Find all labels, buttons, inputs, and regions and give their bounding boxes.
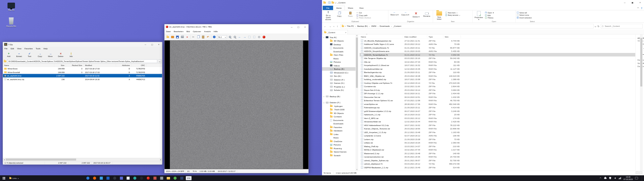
taskbar-app-icon[interactable]	[91, 175, 98, 181]
print-button[interactable]	[180, 35, 184, 39]
menu-bild[interactable]: Bild	[185, 30, 192, 33]
sidebar-item[interactable]: IServ Files	[322, 53, 358, 57]
recent-locations-icon[interactable]	[333, 25, 334, 27]
info-button[interactable]: i	[212, 35, 216, 39]
history-button[interactable]: History	[485, 17, 494, 19]
column-type[interactable]: Type	[427, 35, 443, 38]
file-row[interactable]: building_mcdonalds2.zip 18.07.2021 15:58…	[360, 78, 644, 81]
qat-new-folder-icon[interactable]	[332, 2, 334, 4]
maximize-button[interactable]: ▣	[629, 0, 636, 5]
tab-file[interactable]: File	[323, 6, 333, 10]
sidebar-item[interactable]: Hardware	[322, 129, 358, 133]
sidebar-scrollbar[interactable]	[356, 35, 358, 171]
menu-help[interactable]: Help	[42, 48, 49, 50]
seven-zip-titlebar[interactable]: 7z 7-Zip ─ ▢ ×	[3, 42, 162, 47]
previous-image-button[interactable]: ←	[238, 35, 241, 39]
menu-hilfe[interactable]: Hilfe	[212, 30, 219, 33]
toolbar-button[interactable]: → Move	[45, 51, 56, 59]
file-row[interactable]: Litfass.rar 09.10.2020 19:26 RAR File 2.…	[360, 141, 644, 145]
minimize-button[interactable]: ─	[621, 0, 629, 5]
scrollbar-thumb[interactable]	[6, 159, 76, 161]
menu-view[interactable]: View	[16, 48, 23, 50]
taskbar-clock[interactable]: 19:30 07.03.2023	[624, 176, 633, 181]
taskbar-badge-button[interactable]: 576	[186, 176, 192, 180]
sidebar-item[interactable]: Contacts	[322, 115, 358, 119]
scrollbar-thumb[interactable]	[640, 38, 642, 86]
delete-button[interactable]: ×	[185, 35, 189, 39]
scrollbar-thumb[interactable]	[356, 38, 358, 88]
onedrive-cloud-icon[interactable]	[604, 177, 607, 180]
address-dropdown-icon[interactable]	[595, 25, 596, 27]
paste-button[interactable]	[201, 35, 205, 39]
file-row[interactable]: LED_Ampelset_1.1.5.zip 25.12.2021 19:48 …	[360, 130, 644, 134]
toolbar-button[interactable]: × Delete	[56, 51, 66, 59]
minimize-button[interactable]: ─	[288, 24, 295, 29]
sidebar-item[interactable]: Saved Games	[322, 150, 358, 154]
file-row[interactable]: Alle Tangens Objekte.zip 03.03.2021 20:1…	[360, 57, 644, 60]
taskbar-app-icon[interactable]	[145, 175, 152, 181]
menu-bearbeiten[interactable]: Bearbeiten	[172, 30, 185, 33]
menu-favorites[interactable]: Favorites	[23, 48, 34, 50]
breadcrumb-item[interactable]: This PC	[346, 25, 357, 27]
menu-edit[interactable]: Edit	[9, 48, 15, 50]
scroll-right-arrow[interactable]: ►	[159, 158, 162, 161]
file-row[interactable]: Biertischgarnitur.zip 21.09.2020 15:11 Z…	[360, 71, 644, 74]
volume-icon[interactable]	[614, 177, 616, 180]
breadcrumb-item[interactable]: Backup (B:)	[357, 25, 370, 27]
sidebar-item[interactable]: Documents	[322, 118, 358, 122]
links-toolbar[interactable]: Links »	[9, 177, 19, 179]
desktop-icon-this-pc[interactable]: This PC	[4, 3, 19, 11]
sidebar-item[interactable]: Windows10 (C:)	[322, 71, 358, 74]
toolbar-button[interactable]: → Copy	[35, 51, 45, 59]
file-row[interactable]: AmpelsplinesV1.1.1fixed.rar 18.07.2021 1…	[360, 64, 644, 67]
ribbon-collapse-icon[interactable]	[637, 7, 639, 9]
rename-button[interactable]: Rename	[422, 11, 431, 17]
forward-button[interactable]: →	[328, 25, 332, 27]
sidebar-item[interactable]: Roaming	[322, 146, 358, 150]
qat-chevron-down-icon[interactable]	[335, 2, 336, 3]
settings-wrench-icon[interactable]	[257, 35, 261, 39]
file-row[interactable]: Fahrradzeugs.zip 21.09.2020 15:11 ZIP Fi…	[360, 106, 644, 110]
details-view-button[interactable]	[636, 171, 639, 174]
file-row[interactable]: nonameproduction.rar 05.05.2021 20:36 RA…	[360, 155, 644, 159]
file-row[interactable]: DFI-Anzeige 1.1.1.zip 03.02.2020 16:11 Z…	[360, 92, 644, 96]
taskbar-app-icon[interactable]	[125, 175, 131, 181]
links-overflow-chevron[interactable]: »	[18, 177, 19, 179]
open-button[interactable]: ❐Open ▾	[485, 12, 494, 14]
file-row[interactable]: Mastenset1.2.zip 25.12.2021 19:48 ZIP Fi…	[360, 152, 644, 155]
move-to-button[interactable]: ← Move to ▾	[390, 11, 399, 16]
file-row[interactable]: Hinweisschilder.rar 12.02.2020 15:44 RAR…	[360, 120, 644, 124]
breadcrumb[interactable]: This PCBackup (B:)OMSIDownloads_Content	[341, 24, 594, 28]
taskbar-app-icon[interactable]	[138, 175, 145, 181]
zoom-combobox[interactable]: 76.2	[217, 35, 227, 39]
sidebar-item[interactable]: Documents	[322, 46, 358, 50]
sidebar-item[interactable]: OneDrive	[322, 139, 358, 143]
file-row[interactable]: Erilambus Terrain Splines V1.rar 07.03.2…	[360, 99, 644, 103]
invert-selection-button[interactable]: Invert selection	[517, 17, 532, 19]
sidebar-item[interactable]: Downloads	[322, 50, 358, 53]
column-date-modified[interactable]: Date modified	[403, 35, 427, 38]
sidebar-item[interactable]: Music	[322, 57, 358, 60]
close-button[interactable]: ×	[302, 24, 309, 29]
first-page-button[interactable]: ↑	[248, 35, 251, 39]
file-row[interactable]: Alle.rar 16.02.2021 07:44 RAR File 84 KB	[360, 60, 644, 64]
taskbar-app-icon[interactable]	[105, 175, 111, 181]
column-size[interactable]: Size	[54, 64, 66, 67]
thumbnails-view-button[interactable]	[639, 171, 642, 174]
sidebar-item[interactable]: .Trash-1000	[322, 108, 358, 112]
archive-row[interactable]: str_asphdirk.bmp.cfg 236 2014-08-04 19:3…	[3, 77, 162, 81]
sidebar-item[interactable]: Projekte (L:)	[322, 85, 358, 88]
select-all-button[interactable]: Select all	[517, 12, 532, 14]
maximize-button[interactable]: ▢	[149, 42, 156, 47]
refresh-icon[interactable]: ↻	[597, 25, 599, 27]
cut-button[interactable]: ✂Cut	[357, 12, 371, 14]
column-size[interactable]: Size	[443, 35, 461, 38]
toolbar-button[interactable]: − Extract	[14, 51, 24, 59]
maximize-button[interactable]: ▢	[295, 24, 302, 29]
copy-path-button[interactable]: Copy path	[357, 14, 371, 16]
file-row[interactable]: ADDON_CreativeStreets.7z 01.01.2020 19:1…	[360, 46, 644, 50]
next-image-button[interactable]: →	[243, 35, 247, 39]
action-center-icon[interactable]	[635, 177, 638, 179]
file-row[interactable]: Autobahnschilder.rar 12.02.2020 15:45 RA…	[360, 67, 644, 71]
sidebar-item[interactable]: Videos	[322, 64, 358, 67]
